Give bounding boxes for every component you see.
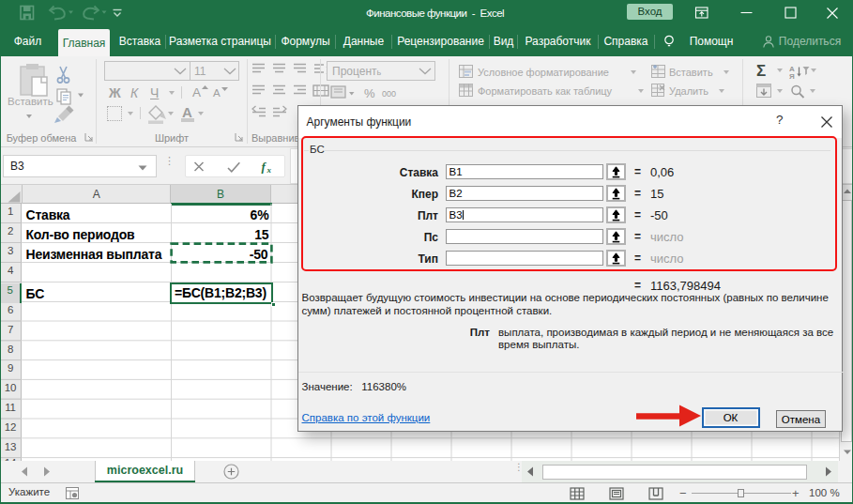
svg-text:%: % xyxy=(364,86,375,100)
svg-text:000: 000 xyxy=(382,89,396,99)
svg-text:x: x xyxy=(267,165,272,175)
svg-text:Я: Я xyxy=(789,72,795,80)
